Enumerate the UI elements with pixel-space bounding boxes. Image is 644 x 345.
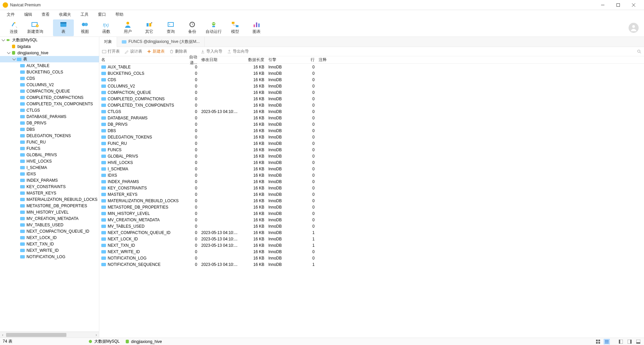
tree-table-item[interactable]: COMPLETED_COMPACTIONS	[0, 94, 99, 101]
table-row[interactable]: NEXT_COMPACTION_QUEUE_ID02023-05-13 04:1…	[99, 229, 644, 236]
menu-5[interactable]: 窗口	[93, 10, 111, 19]
table-row[interactable]: MV_CREATION_METADATA016 KBInnoDB0	[99, 217, 644, 223]
tab-funcs[interactable]: FUNCS @dingjiaxiong_hive (大数据M...	[117, 37, 205, 47]
menu-3[interactable]: 收藏夹	[54, 10, 76, 19]
design-table-button[interactable]: 设计表	[124, 49, 142, 54]
table-row[interactable]: INDEX_PARAMS016 KBInnoDB0	[99, 178, 644, 185]
tree-connection[interactable]: 大数据MySQL	[0, 37, 99, 43]
table-row[interactable]: NOTIFICATION_LOG016 KBInnoDB0	[99, 255, 644, 261]
table-row[interactable]: DB_PRIVS016 KBInnoDB0	[99, 121, 644, 127]
tree-table-item[interactable]: MV_CREATION_METADATA	[0, 215, 99, 222]
toggle-left-panel-button[interactable]	[618, 339, 624, 344]
tree-table-item[interactable]: METASTORE_DB_PROPERTIES	[0, 203, 99, 209]
table-row[interactable]: COMPLETED_TXN_COMPONENTS016 KBInnoDB0	[99, 102, 644, 108]
tree-table-item[interactable]: NEXT_LOCK_ID	[0, 234, 99, 241]
tree-table-item[interactable]: COLUMNS_V2	[0, 81, 99, 88]
toolbar-other-button[interactable]: 其它	[139, 19, 160, 36]
tree-table-item[interactable]: AUX_TABLE	[0, 62, 99, 69]
table-row[interactable]: CTLGS02023-05-13 04:10:...16 KBInnoDB0	[99, 108, 644, 115]
table-row[interactable]: KEY_CONSTRAINTS016 KBInnoDB0	[99, 185, 644, 191]
minimize-button[interactable]	[595, 0, 610, 10]
menu-4[interactable]: 工具	[76, 10, 93, 19]
tree-table-item[interactable]: MV_TABLES_USED	[0, 222, 99, 228]
table-row[interactable]: AUX_TABLE016 KBInnoDB0	[99, 64, 644, 70]
tree-table-item[interactable]: GLOBAL_PRIVS	[0, 152, 99, 158]
tree-table-item[interactable]: I_SCHEMA	[0, 164, 99, 171]
table-row[interactable]: DELEGATION_TOKENS016 KBInnoDB0	[99, 134, 644, 140]
chevron-down-icon[interactable]	[7, 51, 11, 55]
table-row[interactable]: COMPACTION_QUEUE016 KBInnoDB0	[99, 89, 644, 96]
tree-table-item[interactable]: MATERIALIZATION_REBUILD_LOCKS	[0, 196, 99, 203]
tree-table-item[interactable]: COMPLETED_TXN_COMPONENTS	[0, 101, 99, 107]
tree-table-item[interactable]: MIN_HISTORY_LEVEL	[0, 209, 99, 215]
table-row[interactable]: IDXS016 KBInnoDB0	[99, 172, 644, 178]
table-row[interactable]: I_SCHEMA016 KBInnoDB0	[99, 166, 644, 172]
toolbar-conn-button[interactable]: 连接	[3, 19, 24, 36]
tree-table-item[interactable]: CDS	[0, 75, 99, 81]
connection-tree[interactable]: 大数据MySQLbigdatadingjiaxiong_hive表AUX_TAB…	[0, 37, 99, 332]
tree-table-item[interactable]: FUNC_RU	[0, 139, 99, 145]
chevron-down-icon[interactable]	[12, 57, 16, 61]
toggle-right-panel-button[interactable]	[627, 339, 633, 344]
toolbar-func-button[interactable]: f(x)函数	[96, 19, 117, 36]
table-row[interactable]: FUNCS016 KBInnoDB0	[99, 147, 644, 153]
tree-table-item[interactable]: NEXT_WRITE_ID	[0, 247, 99, 253]
col-comment[interactable]: 注释	[317, 56, 644, 63]
tree-table-item[interactable]: DATABASE_PARAMS	[0, 113, 99, 120]
tree-table-item[interactable]: DB_PRIVS	[0, 120, 99, 126]
import-wizard-button[interactable]: 导入向导	[201, 49, 222, 54]
table-row[interactable]: MASTER_KEYS016 KBInnoDB0	[99, 191, 644, 197]
col-auto[interactable]: 自动递...	[183, 56, 199, 63]
toolbar-newq-button[interactable]: 新建查询	[25, 19, 46, 36]
toolbar-model-button[interactable]: 模型	[225, 19, 246, 36]
table-row[interactable]: NOTIFICATION_SEQUENCE02023-05-13 04:10:.…	[99, 261, 644, 268]
col-date[interactable]: 修改日期	[199, 56, 246, 63]
tree-db-hive[interactable]: dingjiaxiong_hive	[0, 50, 99, 56]
toolbar-user-button[interactable]: 用户	[117, 19, 138, 36]
grid-body[interactable]: AUX_TABLE016 KBInnoDB0BUCKETING_COLS016 …	[99, 64, 644, 338]
toolbar-query-button[interactable]: 查询	[160, 19, 181, 36]
tree-table-item[interactable]: NEXT_COMPACTION_QUEUE_ID	[0, 228, 99, 234]
table-row[interactable]: DATABASE_PARAMS016 KBInnoDB0	[99, 115, 644, 121]
tree-db-bigdata[interactable]: bigdata	[0, 43, 99, 50]
table-row[interactable]: GLOBAL_PRIVS016 KBInnoDB0	[99, 153, 644, 159]
toolbar-view-button[interactable]: 视图	[74, 19, 95, 36]
table-row[interactable]: NEXT_LOCK_ID02023-05-13 04:10:...16 KBIn…	[99, 236, 644, 242]
menu-0[interactable]: 文件	[2, 10, 19, 19]
menu-6[interactable]: 帮助	[111, 10, 128, 19]
table-row[interactable]: MATERIALIZATION_REBUILD_LOCKS016 KBInnoD…	[99, 197, 644, 204]
toolbar-auto-button[interactable]: 自动运行	[203, 19, 224, 36]
table-row[interactable]: CDS016 KBInnoDB0	[99, 76, 644, 83]
toolbar-chart-button[interactable]: 图表	[246, 19, 267, 36]
new-table-button[interactable]: 新建表	[147, 49, 165, 54]
maximize-button[interactable]	[610, 0, 626, 10]
table-row[interactable]: MIN_HISTORY_LEVEL016 KBInnoDB0	[99, 210, 644, 217]
tree-table-item[interactable]: KEY_CONSTRAINTS	[0, 183, 99, 190]
table-row[interactable]: DBS016 KBInnoDB0	[99, 127, 644, 134]
view-grid-button[interactable]	[595, 339, 601, 344]
menu-2[interactable]: 查看	[37, 10, 54, 19]
tree-table-item[interactable]: NEXT_TXN_ID	[0, 241, 99, 247]
tree-table-item[interactable]: HIVE_LOCKS	[0, 158, 99, 164]
close-button[interactable]	[626, 0, 641, 10]
table-row[interactable]: HIVE_LOCKS016 KBInnoDB0	[99, 159, 644, 166]
toolbar-table-button[interactable]: 表	[53, 19, 74, 36]
chevron-down-icon[interactable]	[1, 38, 5, 42]
tree-table-item[interactable]: INDEX_PARAMS	[0, 177, 99, 183]
tree-table-item[interactable]: CTLGS	[0, 107, 99, 113]
table-row[interactable]: METASTORE_DB_PROPERTIES016 KBInnoDB0	[99, 204, 644, 210]
search-icon[interactable]	[637, 49, 641, 54]
delete-table-button[interactable]: 删除表	[169, 49, 187, 54]
tree-table-item[interactable]: IDXS	[0, 171, 99, 177]
table-row[interactable]: COLUMNS_V2016 KBInnoDB0	[99, 83, 644, 89]
col-engine[interactable]: 引擎	[266, 56, 306, 63]
menu-1[interactable]: 编辑	[19, 10, 37, 19]
export-wizard-button[interactable]: 导出向导	[227, 49, 249, 54]
table-row[interactable]: COMPLETED_COMPACTIONS016 KBInnoDB0	[99, 96, 644, 102]
tree-table-item[interactable]: NOTIFICATION_LOG	[0, 253, 99, 260]
view-list-button[interactable]	[604, 339, 610, 344]
table-row[interactable]: MV_TABLES_USED016 KBInnoDB0	[99, 223, 644, 229]
toolbar-backup-button[interactable]: 备份	[182, 19, 203, 36]
table-row[interactable]: NEXT_WRITE_ID016 KBInnoDB0	[99, 248, 644, 255]
tree-table-item[interactable]: DELEGATION_TOKENS	[0, 132, 99, 139]
